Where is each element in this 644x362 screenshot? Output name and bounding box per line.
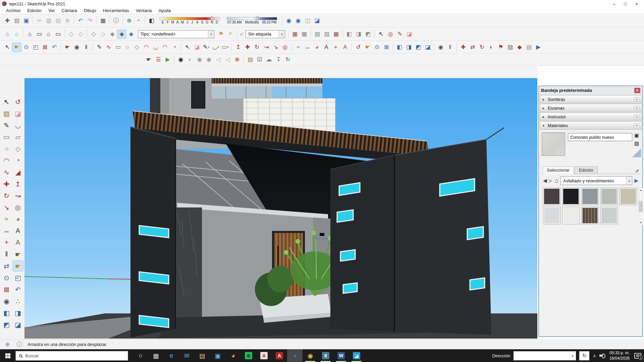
concreto-blanco-swatch[interactable] (562, 207, 580, 224)
pencil-alt-icon[interactable]: ✎ (395, 29, 405, 39)
hidden-icons-chevron[interactable]: ∧ (593, 353, 596, 358)
maximize-button[interactable]: □ (624, 1, 627, 6)
iso-view-icon[interactable]: ⌂ (25, 29, 35, 39)
two-point-arc-icon[interactable]: ◡ (151, 43, 160, 52)
component-attributes-icon[interactable]: ◫ (303, 16, 312, 25)
walk-icon[interactable]: ‖ (82, 43, 91, 52)
pan-icon[interactable]: ☛ (12, 43, 21, 52)
axes-icon[interactable]: + (331, 43, 340, 52)
select-icon[interactable]: ↖ (1, 96, 12, 107)
tray-section-instructor[interactable]: ►Instructor× (540, 113, 642, 121)
cut-icon[interactable]: ✂ (35, 16, 44, 25)
front-view-icon[interactable]: ⌂ (44, 29, 53, 39)
zoom-2-icon[interactable]: ⊙ (372, 43, 382, 52)
volume-icon[interactable] (599, 353, 606, 358)
arc-menu-icon[interactable]: ◡▾ (211, 43, 220, 52)
menu-ventana[interactable]: Ventana (132, 8, 155, 13)
wireframe-style-icon[interactable]: ◇ (89, 29, 98, 39)
section-fill-icon[interactable]: ◪ (423, 43, 432, 52)
dimensions-icon[interactable]: ↔ (303, 43, 312, 52)
agregado-beige-swatch[interactable] (620, 188, 637, 205)
select-2-icon[interactable]: ↖ (183, 43, 192, 52)
paint-bucket-icon[interactable]: ▨ (505, 43, 515, 52)
flip-icon[interactable]: ⇄ (1, 260, 12, 272)
material-category-dropdown[interactable]: Asfaltado y revestimientos ∨ (560, 176, 632, 185)
section-plane-icon[interactable]: ◧ (395, 43, 404, 52)
viewport-3d-scene[interactable] (24, 78, 537, 339)
home-icon[interactable]: ⌂ (555, 177, 558, 184)
save-icon[interactable]: ▣ (21, 16, 31, 25)
eraser-icon[interactable]: ◪ (192, 43, 202, 52)
next-arrow-icon[interactable]: ▶ (534, 43, 543, 52)
create-material-icon[interactable]: ▨ (634, 140, 639, 146)
info-status-icon[interactable]: ⓘ (15, 340, 24, 349)
taskbar-store[interactable]: ▣ (210, 349, 225, 362)
geolocation-icon[interactable]: ◐ (487, 43, 496, 52)
look-around-icon[interactable]: ◉ (1, 296, 12, 307)
taskbar-sketchup[interactable]: ◕ (287, 349, 303, 362)
shadow-month-slider[interactable]: EFMAMJJASOND (160, 16, 220, 25)
flag-icon[interactable]: ⚑ (496, 43, 505, 52)
menu-camara[interactable]: Cámara (58, 8, 80, 13)
pie-icon[interactable]: ◔ (12, 155, 23, 166)
3d-warehouse-icon[interactable]: ⌂ (3, 29, 12, 39)
menu-dibujo[interactable]: Dibujo (80, 8, 100, 13)
zoom-extents-2-icon[interactable]: ⊠ (382, 43, 391, 52)
scale-icon[interactable]: ↘ (271, 43, 280, 52)
taskbar-photoshop[interactable]: A (256, 349, 272, 362)
rectangle-icon[interactable]: ▭ (1, 131, 12, 142)
camera-globe-icon[interactable]: ◐ (185, 55, 195, 64)
circle-icon[interactable]: ○ (123, 43, 132, 52)
open-icon[interactable]: ▤ (12, 16, 21, 25)
taskbar-edge[interactable]: e (164, 349, 179, 362)
section-tool-icon[interactable]: ◪ (312, 16, 322, 25)
rotated-rectangle-icon[interactable]: ▱ (12, 131, 23, 142)
rotate-icon[interactable]: ↻ (1, 190, 12, 201)
preview-component-icon[interactable]: ◉ (284, 16, 293, 25)
close-section-button[interactable]: × (634, 123, 639, 128)
tray-section-materiales[interactable]: ▼Materiales× (540, 121, 642, 130)
offset-icon[interactable]: ◎ (280, 43, 290, 52)
taskbar-photos[interactable]: ◪ (349, 349, 364, 362)
material-name-field[interactable]: Concreto pulido nuevo (568, 133, 632, 141)
scale-icon[interactable]: ↘ (1, 202, 12, 213)
hidden-line-style-icon[interactable]: ◇ (98, 29, 108, 39)
text-icon[interactable]: A (12, 225, 23, 236)
3d-text-icon[interactable]: A (12, 237, 23, 248)
outline-list-icon[interactable]: ☰ (154, 55, 163, 64)
freehand-icon[interactable]: ∿ (1, 167, 12, 178)
menu-herramientas[interactable]: Herramientas (100, 8, 132, 13)
rotate-icon[interactable]: ↻ (252, 43, 262, 52)
rectangle-icon[interactable]: ▭ (113, 43, 123, 52)
zoom-window-icon[interactable]: ◰ (31, 43, 40, 52)
pan-icon[interactable]: ☛ (12, 260, 23, 272)
eyedropper-icon[interactable]: ✎ (634, 169, 640, 173)
asfalto-oscuro-swatch[interactable] (543, 188, 560, 205)
tray-title-bar[interactable]: Bandeja predeterminada × (539, 86, 642, 95)
document-icon[interactable]: ▤ (524, 43, 534, 52)
circle-icon[interactable]: ○ (1, 143, 12, 154)
paste-icon[interactable]: ▤ (53, 16, 63, 25)
add-camera-icon[interactable]: ◉ (176, 55, 185, 64)
polygon-icon[interactable]: ◇ (132, 43, 142, 52)
material-preview[interactable] (542, 132, 565, 156)
section-cuts-icon[interactable]: ◩ (1, 319, 12, 330)
freehand-icon[interactable]: ∿ (104, 43, 113, 52)
arc-icon[interactable]: ◡ (12, 120, 23, 131)
line-icon[interactable]: ✎ (95, 43, 104, 52)
scroll-down-icon[interactable]: ▼ (640, 221, 642, 224)
undo-icon[interactable]: ↶ (76, 16, 85, 25)
solid-subtract-icon[interactable]: ◨ (354, 29, 363, 39)
minimize-button[interactable]: – (613, 1, 615, 6)
line-menu-icon[interactable]: ✎▾ (202, 43, 211, 52)
forward-icon[interactable]: ▶ (549, 178, 553, 184)
move-copy-icon[interactable]: ✚ (459, 43, 468, 52)
rotate-copy-icon[interactable]: ↻ (477, 43, 487, 52)
taskbar-layout[interactable]: 8 (318, 349, 333, 362)
shaded-textures-style-icon[interactable]: ◈ (117, 29, 126, 39)
concreto-pulido-swatch[interactable] (543, 207, 560, 224)
3d-text-icon[interactable]: A (340, 43, 350, 52)
taskbar-chrome[interactable]: ◉ (303, 349, 318, 362)
three-point-arc-icon[interactable]: ◠ (160, 43, 170, 52)
materials-scrollbar[interactable]: ▲ ▼ (639, 188, 643, 225)
